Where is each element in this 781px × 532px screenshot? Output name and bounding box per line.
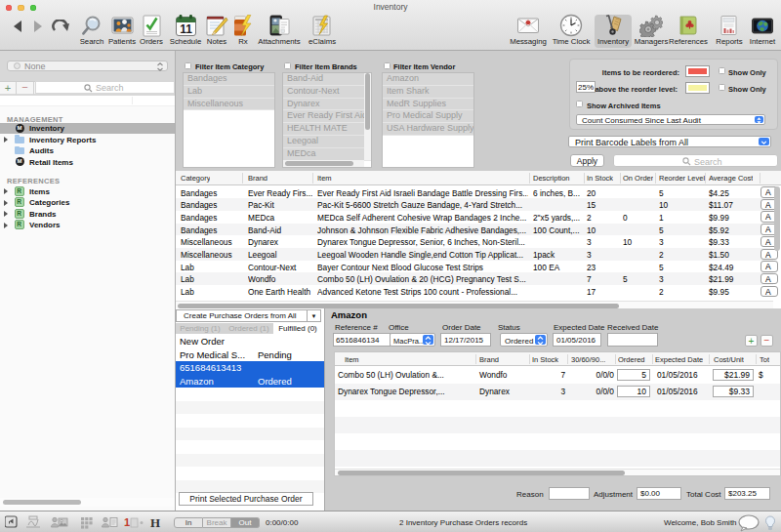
svg-text:1: 1 — [124, 516, 130, 528]
svg-text:11: 11 — [180, 22, 192, 36]
svg-text:H: H — [150, 515, 160, 529]
